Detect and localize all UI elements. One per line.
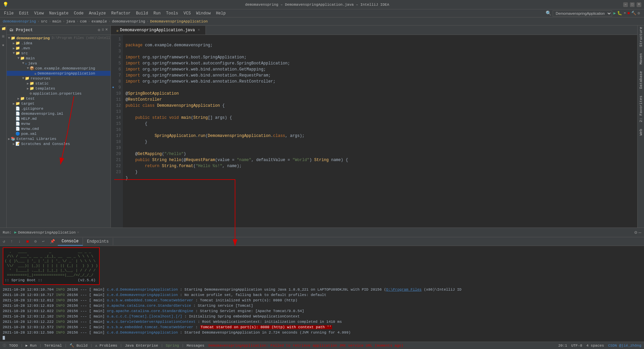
right-panel-structure[interactable]: Structure: [639, 27, 643, 47]
breadcrumb-com[interactable]: com: [80, 19, 87, 23]
run-restart-icon[interactable]: ↺: [0, 239, 8, 244]
tree-idea[interactable]: ▶ 📁 .idea: [7, 41, 110, 46]
run-panel-close-icon[interactable]: —: [639, 230, 641, 235]
breadcrumb-demomavenspring[interactable]: demomavenspring: [112, 19, 145, 23]
run-button[interactable]: ▶: [613, 11, 616, 16]
menu-vcs[interactable]: VCS: [181, 10, 194, 16]
tab-console[interactable]: Console: [58, 238, 83, 246]
statusbar-right: 20:1 UTF-8 4 spaces CSDN @jié_zhōng: [558, 344, 641, 348]
breadcrumb-java[interactable]: java: [66, 19, 75, 23]
run-pin-icon[interactable]: 📌: [47, 239, 58, 244]
menu-code[interactable]: Code: [71, 10, 86, 16]
status-line-col[interactable]: 20:1: [558, 344, 567, 348]
run-stop-icon[interactable]: ■: [24, 239, 32, 244]
menu-build[interactable]: Build: [133, 10, 151, 16]
bookmarks-icon[interactable]: ★: [2, 42, 4, 48]
menu-tools[interactable]: Tools: [164, 10, 181, 16]
minimize-button[interactable]: –: [623, 2, 628, 7]
tree-arrow-java: ▼: [22, 61, 24, 65]
breadcrumb-project[interactable]: demomavenspring: [3, 19, 36, 23]
run-scroll-up-icon[interactable]: ↑: [8, 239, 15, 244]
stop-button[interactable]: ■: [628, 11, 630, 16]
maximize-button[interactable]: □: [630, 2, 635, 7]
tree-iml[interactable]: 📄 demomavenspring.iml: [7, 111, 110, 116]
spring-boot-ascii: . ____ _ __ _ _ /\\ / ___'_ __ _ _(_)_ _…: [3, 247, 100, 285]
menu-edit[interactable]: Edit: [16, 10, 32, 16]
tree-help[interactable]: 📄 HELP.md: [7, 116, 110, 121]
menu-help[interactable]: Help: [213, 10, 228, 16]
project-icon[interactable]: 📁: [1, 27, 5, 31]
tree-package[interactable]: ▼ 📦 com.example.demomavenspring: [7, 66, 110, 71]
menu-refactor[interactable]: Refactor: [108, 10, 133, 16]
right-panel-maven[interactable]: Maven: [639, 53, 643, 64]
folder-icon-main: 📁: [20, 56, 25, 60]
sidebar-expand-icon[interactable]: ≡: [102, 28, 104, 33]
editor-tab-main[interactable]: ☕ DemomavenspringApplication.java ×: [111, 26, 206, 35]
structure-icon[interactable]: ≡: [2, 34, 4, 39]
run-settings-icon[interactable]: ⚙: [634, 230, 637, 235]
tree-static[interactable]: ▶ 📁 static: [7, 81, 110, 86]
tree-test[interactable]: ▶ 📁 test: [7, 96, 110, 101]
menu-file[interactable]: File: [1, 10, 16, 16]
tree-mvnw[interactable]: 📄 mvnw: [7, 121, 110, 126]
breadcrumb-class[interactable]: DemomavenspringApplication: [150, 19, 208, 23]
status-indent[interactable]: 4 spaces: [586, 344, 604, 348]
run-scroll-down-icon[interactable]: ↓: [15, 239, 23, 244]
status-java-enterprise[interactable]: Java Enterprise: [125, 344, 158, 348]
tree-scratches[interactable]: ▶ 📝 Scratches and Consoles: [7, 141, 110, 146]
close-button[interactable]: ×: [637, 2, 641, 7]
breadcrumb-main[interactable]: main: [52, 19, 61, 23]
run-config-selector[interactable]: DemomavenspringApplication: [553, 10, 612, 16]
tree-mvnwcmd[interactable]: 📄 mvnw.cmd: [7, 126, 110, 131]
tab-endpoints[interactable]: Endpoints: [83, 238, 113, 245]
tree-mvn[interactable]: ▶ 📁 .mvn: [7, 46, 110, 51]
tree-arrow-mvn: ▶: [13, 46, 15, 50]
search-icon[interactable]: 🔍: [546, 10, 551, 16]
status-todo[interactable]: TODO: [9, 344, 18, 348]
folder-icon-scratches: 📝: [15, 142, 20, 146]
status-run[interactable]: ▶ Run: [26, 343, 37, 348]
menu-analyze[interactable]: Analyze: [86, 10, 108, 16]
status-problems[interactable]: ⚠ Problems: [95, 343, 117, 348]
tree-label-java: java: [28, 61, 37, 65]
tree-app-props[interactable]: ⚙ application.properties: [7, 91, 110, 96]
settings-button[interactable]: ⚙: [638, 11, 640, 16]
tree-pom[interactable]: 🔵 pom.xml: [7, 131, 110, 136]
status-build[interactable]: 🔨 Build: [70, 343, 88, 348]
menu-run[interactable]: Run: [151, 10, 164, 16]
menu-view[interactable]: View: [32, 10, 47, 16]
tree-main[interactable]: ▼ 📁 main: [7, 56, 110, 61]
tree-templates[interactable]: ▶ 📁 templates: [7, 86, 110, 91]
tree-java[interactable]: ▼ ☕ java: [7, 61, 110, 66]
tree-label-gitignore: .gitignore: [21, 107, 43, 111]
run-filter-icon[interactable]: ⚙: [32, 239, 39, 244]
tree-label-main-class: DemomavenspringApplication: [38, 71, 95, 76]
right-panel-database[interactable]: Database: [639, 71, 643, 89]
menu-window[interactable]: Window: [193, 10, 213, 16]
tree-src[interactable]: ▼ 📁 src: [7, 51, 110, 56]
right-panel-web[interactable]: Web: [639, 129, 643, 136]
tree-external-libs[interactable]: ▶ 📚 External Libraries: [7, 136, 110, 141]
sidebar-settings-icon[interactable]: ⚙: [98, 28, 100, 33]
coverage-button[interactable]: ☂: [624, 11, 626, 16]
run-wrap-icon[interactable]: ↩: [39, 239, 47, 244]
status-messages[interactable]: Messages: [187, 344, 204, 348]
tree-gitignore[interactable]: 📄 .gitignore: [7, 106, 110, 111]
breadcrumb-example[interactable]: example: [92, 19, 107, 23]
tree-root[interactable]: ▼ 📁 demomavenspring D:\Program Files (x8…: [7, 36, 110, 41]
menu-navigate[interactable]: Navigate: [46, 10, 71, 16]
build-button[interactable]: 🔨: [631, 11, 636, 16]
right-panel-favorites[interactable]: 2: Favorites: [639, 96, 643, 122]
debug-button[interactable]: 🐛: [617, 11, 622, 16]
tree-target[interactable]: ▶ 📁 target: [7, 101, 110, 106]
tree-main-class[interactable]: ☕ DemomavenspringApplication: [7, 71, 110, 76]
sidebar-close-icon[interactable]: ×: [105, 28, 108, 33]
status-terminal[interactable]: Terminal: [44, 344, 62, 348]
code-editor[interactable]: package com.example.demomavenspring; imp…: [123, 35, 637, 228]
status-encoding[interactable]: UTF-8: [571, 344, 582, 348]
tab-close-icon[interactable]: ×: [197, 28, 200, 33]
tree-resources[interactable]: ▼ 📁 resources: [7, 76, 110, 81]
run-tab-close-icon[interactable]: ×: [77, 231, 79, 235]
status-spring[interactable]: Spring: [166, 344, 179, 348]
breadcrumb-src[interactable]: src: [41, 19, 48, 23]
